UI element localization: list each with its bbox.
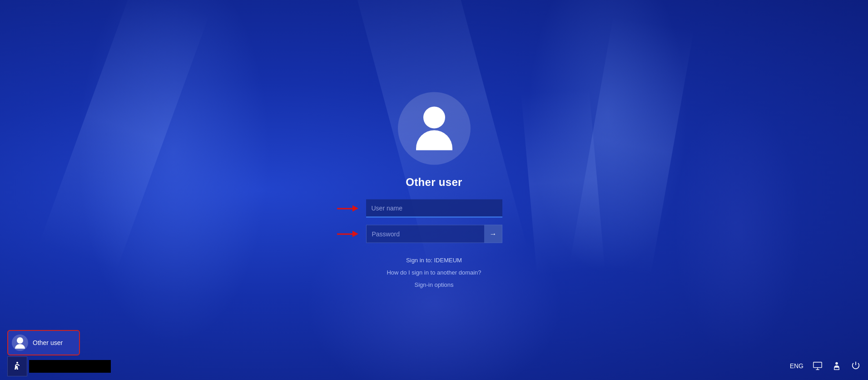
username-input[interactable] <box>366 200 502 218</box>
domain-link[interactable]: How do I sign in to another domain? <box>387 269 481 276</box>
user-tile-avatar <box>12 335 28 351</box>
user-tile-name: Other user <box>33 339 63 346</box>
username-title: Other user <box>406 176 462 189</box>
svg-point-4 <box>835 362 838 365</box>
accessibility-button[interactable] <box>7 356 27 376</box>
taskbar: Other user ENG <box>0 344 868 380</box>
signin-to-label: Sign in to: IDEMEUM <box>406 257 462 264</box>
password-input[interactable] <box>366 225 502 243</box>
user-tile-body <box>15 344 25 349</box>
avatar-body <box>416 130 452 150</box>
username-arrow <box>337 205 358 212</box>
arrow-line <box>337 208 352 209</box>
username-input-group <box>366 200 502 218</box>
svg-line-5 <box>834 367 835 370</box>
bg-streak-1 <box>40 0 209 270</box>
signin-options-link[interactable]: Sign-in options <box>415 281 454 288</box>
arrow-right-icon: → <box>490 230 497 238</box>
language-label[interactable]: ENG <box>790 362 804 370</box>
avatar <box>398 92 471 165</box>
password-arrow <box>337 231 358 237</box>
user-tile-avatar-icon <box>15 337 25 349</box>
monitor-icon[interactable] <box>813 361 823 371</box>
arrow-head <box>352 205 358 212</box>
svg-point-0 <box>16 362 18 364</box>
person-svg <box>832 361 842 371</box>
monitor-svg <box>813 361 823 371</box>
user-avatar-icon <box>416 107 452 150</box>
user-tile[interactable]: Other user <box>7 330 80 355</box>
bottom-right-icons: ENG <box>790 361 861 376</box>
login-panel: Other user → Sign in to: IDEMEUM How do … <box>366 92 502 288</box>
svg-line-6 <box>839 367 839 370</box>
password-input-group: → <box>366 225 502 243</box>
avatar-head <box>423 107 445 129</box>
svg-rect-1 <box>813 362 822 368</box>
user-tile-head <box>17 337 23 344</box>
accessibility-bar <box>7 356 111 376</box>
person-icon[interactable] <box>832 361 842 371</box>
taskbar-input-area[interactable] <box>29 360 111 373</box>
power-svg <box>851 361 861 371</box>
power-button[interactable] <box>851 361 861 371</box>
arrow-head-2 <box>352 231 358 237</box>
password-wrapper: → <box>366 225 502 243</box>
user-switcher: Other user <box>7 330 111 376</box>
arrow-line-2 <box>337 233 352 235</box>
bg-streak-4 <box>521 88 605 275</box>
accessibility-icon <box>12 361 23 372</box>
password-submit-button[interactable]: → <box>484 225 502 243</box>
